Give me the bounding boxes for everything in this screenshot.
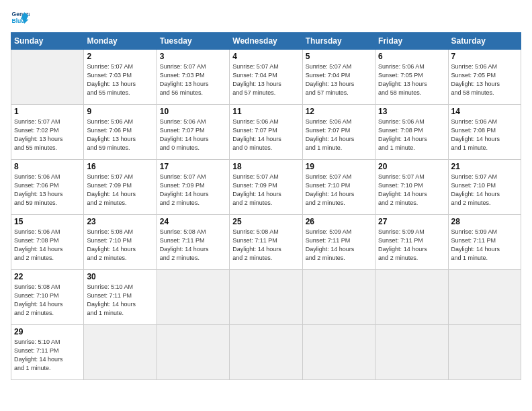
table-row: 11Sunrise: 5:06 AMSunset: 7:07 PMDayligh… [230, 105, 302, 160]
table-row: 24Sunrise: 5:08 AMSunset: 7:11 PMDayligh… [157, 215, 229, 270]
logo: General Blue [11, 8, 32, 27]
table-row: 26Sunrise: 5:09 AMSunset: 7:11 PMDayligh… [302, 215, 375, 270]
day-number: 8 [14, 162, 81, 171]
table-row [157, 270, 229, 325]
table-row: 14Sunrise: 5:06 AMSunset: 7:08 PMDayligh… [448, 105, 521, 160]
day-info: Sunrise: 5:06 AMSunset: 7:06 PMDaylight:… [14, 173, 81, 208]
col-monday: Monday [84, 33, 157, 50]
table-row [230, 325, 302, 380]
day-info: Sunrise: 5:06 AMSunset: 7:08 PMDaylight:… [378, 118, 445, 152]
day-number: 7 [451, 52, 518, 61]
day-info: Sunrise: 5:06 AMSunset: 7:05 PMDaylight:… [451, 62, 518, 97]
calendar-week-row: 2Sunrise: 5:07 AMSunset: 7:03 PMDaylight… [11, 50, 521, 105]
day-number: 29 [14, 327, 81, 336]
day-info: Sunrise: 5:07 AMSunset: 7:09 PMDaylight:… [87, 173, 153, 208]
table-row [302, 325, 375, 380]
day-info: Sunrise: 5:07 AMSunset: 7:04 PMDaylight:… [306, 62, 372, 97]
calendar-table: Sunday Monday Tuesday Wednesday Thursday… [11, 32, 521, 380]
day-info: Sunrise: 5:08 AMSunset: 7:11 PMDaylight:… [160, 228, 226, 263]
day-number: 27 [378, 217, 445, 226]
day-number: 12 [306, 107, 372, 116]
table-row: 29Sunrise: 5:10 AMSunset: 7:11 PMDayligh… [11, 325, 84, 380]
day-number: 4 [232, 52, 299, 61]
day-number: 14 [451, 107, 518, 116]
day-info: Sunrise: 5:08 AMSunset: 7:10 PMDaylight:… [87, 228, 153, 263]
day-number: 23 [87, 217, 153, 226]
day-number: 25 [232, 217, 299, 226]
col-saturday: Saturday [448, 33, 521, 50]
table-row: 4Sunrise: 5:07 AMSunset: 7:04 PMDaylight… [230, 50, 302, 105]
table-row [11, 50, 84, 105]
day-number: 5 [306, 52, 372, 61]
table-row: 19Sunrise: 5:07 AMSunset: 7:10 PMDayligh… [302, 160, 375, 215]
calendar-week-row: 22Sunrise: 5:08 AMSunset: 7:10 PMDayligh… [11, 270, 521, 325]
table-row: 22Sunrise: 5:08 AMSunset: 7:10 PMDayligh… [11, 270, 84, 325]
day-info: Sunrise: 5:07 AMSunset: 7:02 PMDaylight:… [14, 118, 81, 152]
table-row [84, 325, 157, 380]
day-info: Sunrise: 5:06 AMSunset: 7:07 PMDaylight:… [306, 118, 372, 152]
table-row: 27Sunrise: 5:09 AMSunset: 7:11 PMDayligh… [375, 215, 448, 270]
day-info: Sunrise: 5:09 AMSunset: 7:11 PMDaylight:… [378, 228, 445, 263]
day-number: 22 [14, 272, 81, 281]
table-row: 7Sunrise: 5:06 AMSunset: 7:05 PMDaylight… [448, 50, 521, 105]
table-row: 16Sunrise: 5:07 AMSunset: 7:09 PMDayligh… [84, 160, 157, 215]
table-row: 23Sunrise: 5:08 AMSunset: 7:10 PMDayligh… [84, 215, 157, 270]
day-number: 18 [232, 162, 299, 171]
table-row: 12Sunrise: 5:06 AMSunset: 7:07 PMDayligh… [302, 105, 375, 160]
day-info: Sunrise: 5:10 AMSunset: 7:11 PMDaylight:… [14, 338, 81, 373]
day-number: 28 [451, 217, 518, 226]
table-row [302, 270, 375, 325]
calendar-week-row: 8Sunrise: 5:06 AMSunset: 7:06 PMDaylight… [11, 160, 521, 215]
day-number: 26 [306, 217, 372, 226]
table-row: 15Sunrise: 5:06 AMSunset: 7:08 PMDayligh… [11, 215, 84, 270]
table-row: 10Sunrise: 5:06 AMSunset: 7:07 PMDayligh… [157, 105, 229, 160]
table-row: 20Sunrise: 5:07 AMSunset: 7:10 PMDayligh… [375, 160, 448, 215]
table-row: 5Sunrise: 5:07 AMSunset: 7:04 PMDaylight… [302, 50, 375, 105]
table-row: 2Sunrise: 5:07 AMSunset: 7:03 PMDaylight… [84, 50, 157, 105]
table-row: 21Sunrise: 5:07 AMSunset: 7:10 PMDayligh… [448, 160, 521, 215]
day-number: 3 [160, 52, 226, 61]
day-info: Sunrise: 5:07 AMSunset: 7:10 PMDaylight:… [306, 173, 372, 208]
day-info: Sunrise: 5:06 AMSunset: 7:06 PMDaylight:… [87, 118, 153, 152]
day-info: Sunrise: 5:06 AMSunset: 7:07 PMDaylight:… [160, 118, 226, 152]
day-info: Sunrise: 5:07 AMSunset: 7:10 PMDaylight:… [451, 173, 518, 208]
table-row [448, 270, 521, 325]
logo-icon: General Blue [11, 8, 30, 27]
col-wednesday: Wednesday [230, 33, 302, 50]
table-row: 8Sunrise: 5:06 AMSunset: 7:06 PMDaylight… [11, 160, 84, 215]
day-info: Sunrise: 5:06 AMSunset: 7:08 PMDaylight:… [451, 118, 518, 152]
col-tuesday: Tuesday [157, 33, 229, 50]
day-info: Sunrise: 5:06 AMSunset: 7:05 PMDaylight:… [378, 62, 445, 97]
table-row: 30Sunrise: 5:10 AMSunset: 7:11 PMDayligh… [84, 270, 157, 325]
table-row: 6Sunrise: 5:06 AMSunset: 7:05 PMDaylight… [375, 50, 448, 105]
table-row [448, 325, 521, 380]
table-row: 9Sunrise: 5:06 AMSunset: 7:06 PMDaylight… [84, 105, 157, 160]
day-number: 19 [306, 162, 372, 171]
table-row: 3Sunrise: 5:07 AMSunset: 7:03 PMDaylight… [157, 50, 229, 105]
day-number: 20 [378, 162, 445, 171]
table-row [230, 270, 302, 325]
table-row: 28Sunrise: 5:09 AMSunset: 7:11 PMDayligh… [448, 215, 521, 270]
col-thursday: Thursday [302, 33, 375, 50]
calendar-week-row: 29Sunrise: 5:10 AMSunset: 7:11 PMDayligh… [11, 325, 521, 380]
day-info: Sunrise: 5:09 AMSunset: 7:11 PMDaylight:… [451, 228, 518, 263]
col-friday: Friday [375, 33, 448, 50]
col-sunday: Sunday [11, 33, 84, 50]
day-number: 9 [87, 107, 153, 116]
day-number: 10 [160, 107, 226, 116]
day-number: 6 [378, 52, 445, 61]
table-row [375, 325, 448, 380]
page: General Blue Sunday Monday Tuesday Wedne… [0, 0, 532, 411]
day-number: 17 [160, 162, 226, 171]
day-number: 30 [87, 272, 153, 281]
day-number: 21 [451, 162, 518, 171]
calendar-week-row: 15Sunrise: 5:06 AMSunset: 7:08 PMDayligh… [11, 215, 521, 270]
day-info: Sunrise: 5:07 AMSunset: 7:04 PMDaylight:… [232, 62, 299, 97]
calendar-header-row: Sunday Monday Tuesday Wednesday Thursday… [11, 33, 521, 50]
day-number: 11 [232, 107, 299, 116]
calendar-week-row: 1Sunrise: 5:07 AMSunset: 7:02 PMDaylight… [11, 105, 521, 160]
header: General Blue [11, 8, 521, 27]
day-info: Sunrise: 5:08 AMSunset: 7:10 PMDaylight:… [14, 283, 81, 318]
day-number: 2 [87, 52, 153, 61]
day-info: Sunrise: 5:10 AMSunset: 7:11 PMDaylight:… [87, 283, 153, 318]
